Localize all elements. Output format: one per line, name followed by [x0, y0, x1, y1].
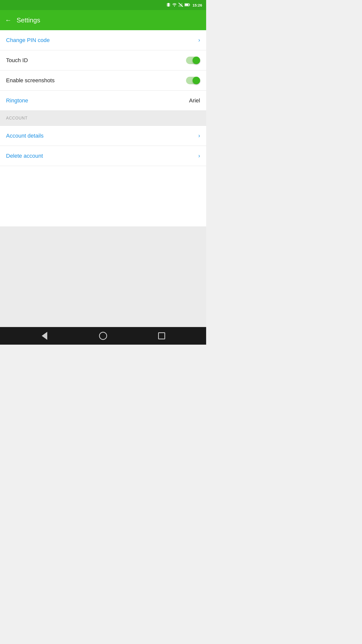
svg-rect-8: [179, 5, 180, 7]
svg-rect-0: [167, 3, 169, 7]
account-section-header: ACCOUNT: [0, 111, 206, 126]
touch-id-toggle-knob: [193, 57, 200, 64]
touch-id-right: [186, 57, 200, 64]
settings-list: Change PIN code › Touch ID Enable screen…: [0, 30, 206, 226]
app-header: ← Settings: [0, 10, 206, 30]
signal-off-icon: [178, 3, 183, 8]
svg-rect-7: [178, 5, 179, 7]
svg-rect-1: [167, 4, 167, 4]
status-icons: 15:26: [166, 3, 202, 8]
touch-id-label: Touch ID: [6, 57, 28, 64]
status-bar: 15:26: [0, 0, 206, 10]
bottom-fill: [0, 226, 206, 327]
svg-rect-4: [170, 4, 170, 4]
change-pin-chevron: ›: [198, 37, 200, 44]
svg-rect-6: [170, 6, 170, 6]
ringtone-value: Ariel: [189, 97, 200, 104]
delete-account-item[interactable]: Delete account ›: [0, 146, 206, 166]
account-details-item[interactable]: Account details ›: [0, 126, 206, 146]
ringtone-label: Ringtone: [6, 97, 28, 104]
nav-back-icon: [42, 332, 47, 340]
account-details-label: Account details: [6, 133, 43, 139]
enable-screenshots-right: [186, 77, 200, 84]
nav-recents-button[interactable]: [155, 330, 168, 342]
svg-rect-5: [170, 5, 170, 5]
account-details-chevron: ›: [198, 133, 200, 139]
svg-rect-13: [189, 4, 190, 5]
svg-rect-14: [185, 4, 188, 6]
ringtone-item[interactable]: Ringtone Ariel: [0, 91, 206, 111]
enable-screenshots-toggle[interactable]: [186, 77, 200, 84]
change-pin-item[interactable]: Change PIN code ›: [0, 30, 206, 50]
ringtone-right: Ariel: [189, 97, 200, 104]
touch-id-item[interactable]: Touch ID: [0, 50, 206, 70]
enable-screenshots-item[interactable]: Enable screenshots: [0, 70, 206, 91]
delete-account-label: Delete account: [6, 153, 43, 159]
touch-id-toggle[interactable]: [186, 57, 200, 64]
enable-screenshots-toggle-knob: [193, 77, 200, 84]
wifi-icon: [172, 3, 177, 8]
page-title: Settings: [17, 16, 40, 24]
enable-screenshots-label: Enable screenshots: [6, 77, 55, 84]
nav-recents-icon: [158, 332, 165, 339]
delete-account-right: ›: [198, 153, 200, 159]
vibrate-icon: [166, 3, 170, 8]
status-time: 15:26: [193, 3, 202, 7]
nav-back-button[interactable]: [38, 330, 51, 342]
back-button[interactable]: ←: [5, 16, 12, 24]
delete-account-chevron: ›: [198, 153, 200, 159]
nav-bar: [0, 327, 206, 345]
account-section-label: ACCOUNT: [6, 116, 28, 120]
change-pin-label: Change PIN code: [6, 37, 50, 44]
battery-icon: [185, 3, 190, 7]
svg-rect-2: [167, 5, 167, 5]
change-pin-right: ›: [198, 37, 200, 44]
svg-rect-3: [167, 6, 167, 6]
nav-home-button[interactable]: [97, 330, 109, 342]
nav-home-icon: [99, 332, 107, 340]
account-details-right: ›: [198, 133, 200, 139]
